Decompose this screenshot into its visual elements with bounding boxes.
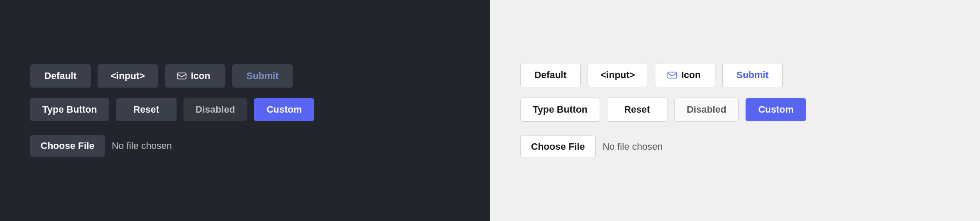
dark-custom-button[interactable]: Custom — [254, 98, 314, 121]
light-type-button[interactable]: Type Button — [520, 98, 600, 122]
light-input-button[interactable]: <input> — [588, 63, 648, 87]
light-choose-file-button[interactable]: Choose File — [520, 136, 596, 158]
dark-icon-button[interactable]: Icon — [165, 64, 225, 88]
light-row-1: Default <input> Icon Submit — [520, 63, 783, 87]
light-row-2: Type Button Reset Disabled Custom — [520, 98, 806, 122]
light-file-row: Choose File No file chosen — [520, 136, 663, 158]
light-icon-button[interactable]: Icon — [655, 63, 715, 87]
dark-file-row: Choose File No file chosen — [30, 135, 172, 157]
dark-input-button[interactable]: <input> — [98, 64, 158, 88]
dark-default-button[interactable]: Default — [30, 64, 91, 88]
dark-row-2: Type Button Reset Disabled Custom — [30, 98, 314, 121]
dark-choose-file-button[interactable]: Choose File — [30, 135, 105, 157]
email-icon — [177, 73, 187, 79]
light-custom-button[interactable]: Custom — [746, 98, 806, 121]
dark-disabled-button: Disabled — [183, 98, 247, 121]
dark-submit-button[interactable]: Submit — [232, 64, 293, 88]
email-icon-light — [667, 72, 677, 79]
svg-rect-0 — [177, 73, 186, 79]
light-disabled-button: Disabled — [674, 98, 739, 122]
light-submit-button[interactable]: Submit — [722, 63, 783, 87]
svg-rect-1 — [668, 72, 677, 78]
dark-reset-button[interactable]: Reset — [116, 98, 177, 121]
light-icon-button-label: Icon — [681, 69, 701, 81]
light-panel: Default <input> Icon Submit Type Button … — [490, 0, 980, 221]
dark-panel: Default <input> Icon Submit Type Button … — [0, 0, 490, 221]
light-file-label: No file chosen — [603, 141, 663, 152]
light-default-button[interactable]: Default — [520, 63, 581, 87]
light-reset-button[interactable]: Reset — [607, 98, 667, 122]
dark-file-label: No file chosen — [112, 140, 172, 152]
dark-type-button[interactable]: Type Button — [30, 98, 109, 121]
dark-row-1: Default <input> Icon Submit — [30, 64, 293, 88]
dark-icon-button-label: Icon — [191, 70, 210, 82]
